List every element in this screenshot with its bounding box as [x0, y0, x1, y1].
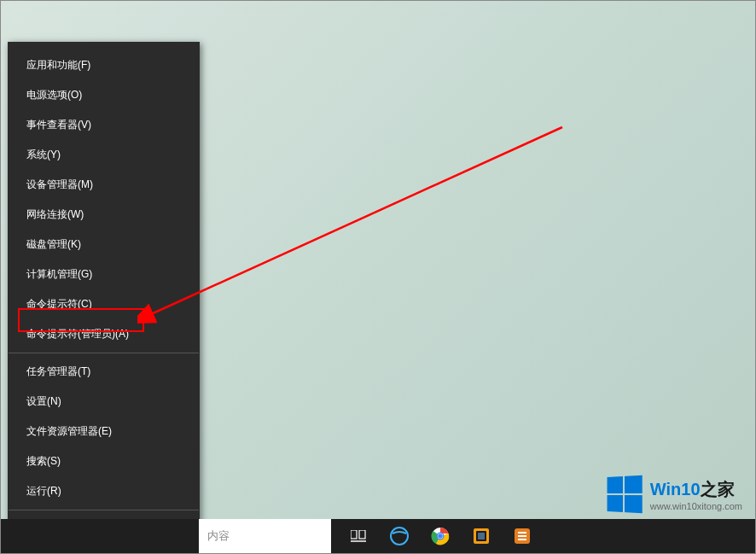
annotation-arrow	[137, 120, 573, 334]
menu-computer-management[interactable]: 计算机管理(G)	[8, 260, 200, 289]
menu-file-explorer[interactable]: 文件资源管理器(E)	[8, 417, 200, 446]
svg-rect-14	[518, 532, 526, 534]
svg-line-1	[149, 127, 562, 315]
app-icon[interactable]	[502, 519, 543, 553]
menu-system[interactable]: 系统(Y)	[8, 140, 200, 170]
vmware-icon[interactable]	[461, 519, 502, 553]
menu-run[interactable]: 运行(R)	[8, 476, 200, 506]
menu-search[interactable]: 搜索(S)	[8, 446, 200, 476]
watermark: Win10之家 www.win10xitong.com	[606, 476, 742, 512]
menu-command-prompt[interactable]: 命令提示符(C)	[8, 289, 200, 319]
svg-rect-16	[518, 539, 526, 540]
menu-network-connections[interactable]: 网络连接(W)	[8, 200, 200, 230]
menu-apps-features[interactable]: 应用和功能(F)	[8, 50, 200, 80]
taskbar-search-box[interactable]: 内容	[199, 519, 331, 553]
taskbar: 内容	[1, 519, 755, 553]
svg-rect-3	[359, 530, 365, 539]
svg-point-9	[438, 534, 443, 539]
watermark-url: www.win10xitong.com	[650, 501, 742, 511]
menu-disk-management[interactable]: 磁盘管理(K)	[8, 230, 200, 260]
task-view-icon[interactable]	[338, 519, 379, 553]
svg-rect-2	[351, 530, 357, 539]
menu-separator	[9, 353, 199, 353]
svg-rect-12	[478, 533, 485, 539]
menu-settings[interactable]: 设置(N)	[8, 387, 200, 417]
menu-event-viewer[interactable]: 事件查看器(V)	[8, 110, 200, 140]
menu-device-manager[interactable]: 设备管理器(M)	[8, 170, 200, 200]
chrome-browser-icon[interactable]	[420, 519, 461, 553]
svg-rect-15	[518, 535, 526, 537]
menu-separator	[9, 510, 199, 510]
windows-logo-icon	[607, 475, 642, 513]
svg-point-5	[391, 528, 408, 545]
winx-context-menu: 应用和功能(F) 电源选项(O) 事件查看器(V) 系统(Y) 设备管理器(M)…	[8, 42, 200, 554]
menu-task-manager[interactable]: 任务管理器(T)	[8, 357, 200, 387]
watermark-title: Win10之家	[650, 478, 742, 501]
menu-power-options[interactable]: 电源选项(O)	[8, 80, 200, 110]
edge-browser-icon[interactable]	[379, 519, 420, 553]
search-text: 内容	[207, 528, 230, 544]
menu-command-prompt-admin[interactable]: 命令提示符(管理员)(A)	[8, 319, 200, 349]
